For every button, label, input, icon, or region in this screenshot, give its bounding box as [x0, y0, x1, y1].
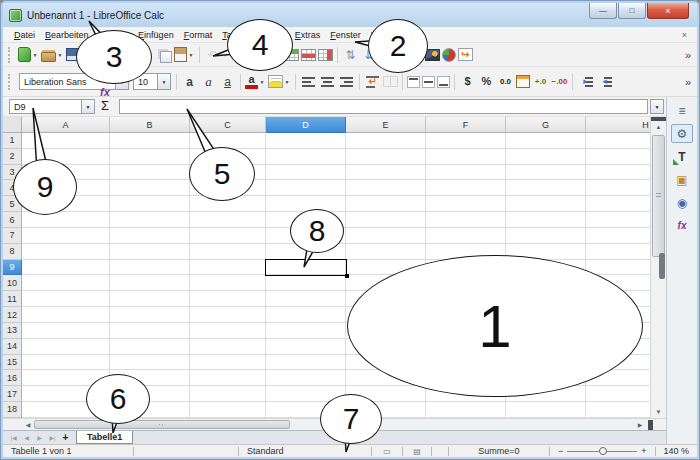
zoom-slider-track[interactable] — [567, 451, 637, 452]
cell-C12[interactable] — [190, 307, 266, 323]
menu-datei[interactable]: Datei — [9, 28, 40, 42]
sidebar-settings-icon[interactable]: ≡ — [671, 101, 693, 120]
row-header-1[interactable]: 1 — [3, 133, 22, 149]
cell-D2[interactable] — [266, 149, 346, 165]
cell-D3[interactable] — [266, 165, 346, 181]
number-format-icon[interactable]: 0.0 — [497, 73, 514, 90]
hide-sidebar-handle[interactable] — [659, 253, 665, 279]
row-header-10[interactable]: 10 — [3, 275, 22, 291]
cell-D11[interactable] — [266, 291, 346, 307]
zoom-out-icon[interactable]: − — [558, 446, 563, 456]
cell-F18[interactable] — [426, 402, 506, 418]
sheet-position-status[interactable]: Tabelle 1 von 1 — [3, 445, 133, 457]
column-header-B[interactable]: B — [110, 117, 190, 133]
minimize-button[interactable]: — — [589, 3, 617, 19]
cell-B11[interactable] — [110, 291, 190, 307]
cell-H6[interactable] — [586, 212, 650, 228]
cell-A12[interactable] — [22, 307, 110, 323]
cell-E4[interactable] — [346, 180, 426, 196]
cell-H7[interactable] — [586, 228, 650, 244]
row-header-2[interactable]: 2 — [3, 149, 22, 165]
bold-icon[interactable]: a — [181, 73, 198, 90]
align-center-icon[interactable] — [319, 73, 336, 90]
column-header-F[interactable]: F — [426, 117, 506, 133]
selection-mode-icon[interactable]: ▭ — [372, 445, 402, 457]
cell-G3[interactable] — [506, 165, 586, 181]
wrap-text-icon[interactable]: ↵ — [364, 73, 381, 90]
cell-B13[interactable] — [110, 323, 190, 339]
align-right-icon[interactable] — [338, 73, 355, 90]
name-box-dropdown-icon[interactable]: ▼ — [81, 100, 94, 113]
scroll-right-icon[interactable]: ▶ — [634, 421, 646, 428]
column-header-D[interactable]: D — [266, 117, 346, 133]
cell-G2[interactable] — [506, 149, 586, 165]
cell-A14[interactable] — [22, 339, 110, 355]
italic-icon[interactable]: a — [200, 73, 217, 90]
horizontal-scroll-thumb[interactable] — [34, 420, 290, 429]
cell-B12[interactable] — [110, 307, 190, 323]
document-modified-icon[interactable]: ▤ — [403, 445, 431, 457]
cell-H2[interactable] — [586, 149, 650, 165]
previous-sheet-icon[interactable]: ◀ — [20, 431, 33, 444]
cell-G4[interactable] — [506, 180, 586, 196]
cell-A1[interactable] — [22, 133, 110, 149]
cell-H17[interactable] — [586, 386, 650, 402]
cell-H1[interactable] — [586, 133, 650, 149]
row-header-16[interactable]: 16 — [3, 370, 22, 386]
column-header-E[interactable]: E — [346, 117, 426, 133]
close-button[interactable]: × — [647, 3, 689, 19]
cell-A10[interactable] — [22, 275, 110, 291]
paste-icon[interactable]: ▼ — [174, 47, 195, 62]
insert-chart-icon[interactable] — [442, 48, 456, 62]
cell-B1[interactable] — [110, 133, 190, 149]
cell-B2[interactable] — [110, 149, 190, 165]
font-color-icon[interactable]: a▼ — [245, 74, 266, 89]
delete-columns-icon[interactable] — [318, 49, 333, 61]
cell-D4[interactable] — [266, 180, 346, 196]
cell-F1[interactable] — [426, 133, 506, 149]
cell-C9[interactable] — [190, 260, 266, 276]
sidebar-functions-icon[interactable]: fx — [671, 216, 693, 235]
last-sheet-icon[interactable]: ▶| — [46, 431, 59, 444]
highlighting-color-icon-dropdown[interactable]: ▼ — [283, 79, 291, 85]
scroll-up-icon[interactable]: ▲ — [651, 121, 666, 133]
zoom-slider[interactable]: − + — [550, 445, 655, 457]
zoom-slider-knob[interactable] — [599, 447, 607, 455]
align-bottom-icon[interactable] — [437, 76, 450, 88]
copy-icon[interactable] — [156, 47, 172, 63]
row-header-12[interactable]: 12 — [3, 307, 22, 323]
sum-status[interactable]: Summe=0 — [449, 445, 549, 457]
cell-D15[interactable] — [266, 355, 346, 371]
close-document-icon[interactable]: × — [678, 30, 691, 40]
cell-B15[interactable] — [110, 355, 190, 371]
cell-G5[interactable] — [506, 196, 586, 212]
cell-F4[interactable] — [426, 180, 506, 196]
percent-format-icon[interactable]: % — [478, 73, 495, 90]
column-header-G[interactable]: G — [506, 117, 586, 133]
cell-C14[interactable] — [190, 339, 266, 355]
cell-H8[interactable] — [586, 244, 650, 260]
cell-D13[interactable] — [266, 323, 346, 339]
cell-D10[interactable] — [266, 275, 346, 291]
new-document-icon[interactable]: ▼ — [18, 47, 39, 62]
decrease-indent-icon[interactable]: ◂ — [596, 73, 613, 90]
select-all-corner[interactable] — [3, 117, 22, 133]
cell-E7[interactable] — [346, 228, 426, 244]
cell-A13[interactable] — [22, 323, 110, 339]
font-color-icon-dropdown[interactable]: ▼ — [258, 79, 266, 85]
align-left-icon[interactable] — [300, 73, 317, 90]
name-box[interactable]: D9 ▼ — [9, 99, 95, 114]
cell-E1[interactable] — [346, 133, 426, 149]
scroll-down-icon[interactable]: ▼ — [651, 406, 666, 418]
zoom-percentage[interactable]: 140 % — [656, 445, 697, 457]
cell-A15[interactable] — [22, 355, 110, 371]
cell-B10[interactable] — [110, 275, 190, 291]
center-vertically-icon[interactable] — [422, 76, 435, 88]
cell-B14[interactable] — [110, 339, 190, 355]
row-header-18[interactable]: 18 — [3, 402, 22, 418]
cell-C18[interactable] — [190, 402, 266, 418]
scroll-left-icon[interactable]: ◀ — [22, 421, 34, 428]
cell-D14[interactable] — [266, 339, 346, 355]
cell-E3[interactable] — [346, 165, 426, 181]
cell-C8[interactable] — [190, 244, 266, 260]
